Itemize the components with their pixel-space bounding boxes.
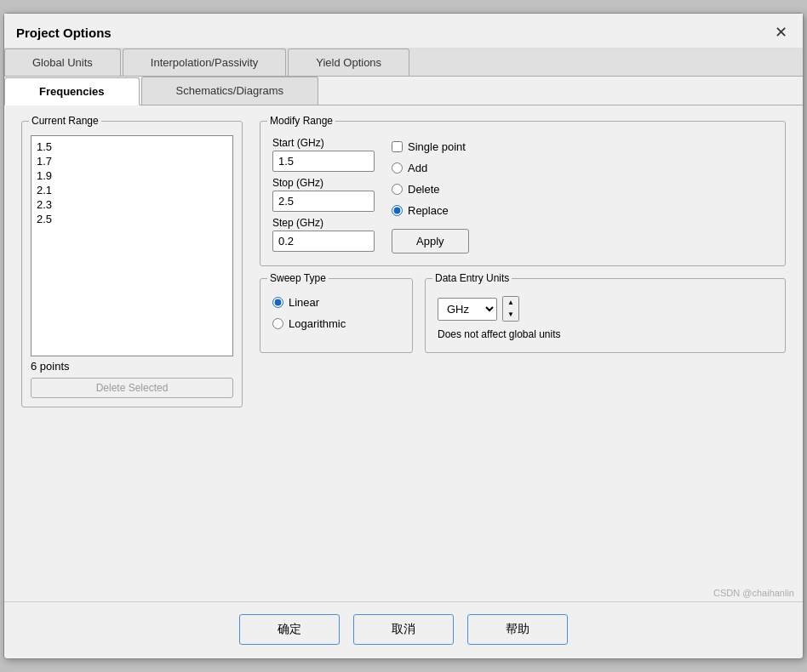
project-options-dialog: Project Options ✕ Global Units Interpola… (3, 13, 804, 659)
list-item: 2.3 (35, 197, 229, 212)
apply-button[interactable]: Apply (392, 229, 469, 253)
content-area: Current Range 1.5 1.7 1.9 2.1 2.3 2.5 6 … (4, 105, 803, 588)
stop-field-group: Stop (GHz) (272, 177, 375, 212)
title-bar: Project Options ✕ (4, 14, 803, 48)
list-item: 1.9 (35, 168, 229, 183)
current-range-list[interactable]: 1.5 1.7 1.9 2.1 2.3 2.5 (31, 135, 233, 356)
add-row: Add (392, 162, 469, 174)
single-point-row: Single point (392, 140, 469, 153)
add-label: Add (408, 162, 427, 174)
sweep-type-title: Sweep Type (267, 272, 329, 284)
top-tab-row: Global Units Interpolation/Passivity Yie… (4, 48, 803, 77)
points-label: 6 points (31, 360, 233, 373)
start-input[interactable] (272, 151, 375, 172)
delete-row: Delete (392, 183, 469, 196)
spinner-up[interactable]: ▲ (503, 297, 518, 309)
units-note: Does not affect global units (438, 328, 773, 340)
modify-range-group: Modify Range Start (GHz) Stop (GHz) (260, 121, 786, 266)
step-field-group: Step (GHz) (272, 217, 375, 252)
linear-radio[interactable] (272, 297, 283, 308)
bottom-row: Sweep Type Linear Logarithmic (260, 278, 786, 353)
stop-input[interactable] (272, 191, 375, 212)
step-label: Step (GHz) (272, 217, 375, 229)
current-range-title: Current Range (29, 115, 101, 127)
stop-label: Stop (GHz) (272, 177, 375, 189)
linear-label: Linear (289, 296, 319, 309)
list-item: 1.7 (35, 154, 229, 168)
linear-row: Linear (272, 296, 400, 309)
confirm-button[interactable]: 确定 (239, 614, 340, 645)
single-point-label: Single point (408, 140, 466, 153)
start-label: Start (GHz) (272, 137, 375, 149)
modify-range-title: Modify Range (267, 115, 335, 127)
units-row: GHz MHz kHz Hz ▲ ▼ (438, 296, 773, 322)
start-field-group: Start (GHz) (272, 137, 375, 172)
footer-buttons: 确定 取消 帮助 (4, 601, 803, 658)
units-select[interactable]: GHz MHz kHz Hz (438, 298, 497, 321)
right-panel: Modify Range Start (GHz) Stop (GHz) (260, 121, 786, 572)
data-entry-title: Data Entry Units (432, 272, 512, 284)
data-entry-group: Data Entry Units GHz MHz kHz Hz (425, 278, 786, 353)
tab-global-units[interactable]: Global Units (4, 48, 121, 76)
current-range-group: Current Range 1.5 1.7 1.9 2.1 2.3 2.5 6 … (21, 121, 243, 407)
tab-frequencies[interactable]: Frequencies (4, 77, 140, 105)
close-button[interactable]: ✕ (770, 22, 791, 43)
tab-interpolation[interactable]: Interpolation/Passivity (123, 48, 286, 76)
add-radio[interactable] (392, 162, 403, 174)
logarithmic-label: Logarithmic (289, 317, 346, 330)
replace-radio[interactable] (392, 205, 403, 216)
delete-label: Delete (408, 183, 440, 196)
units-spinner[interactable]: ▲ ▼ (502, 296, 519, 322)
cancel-button[interactable]: 取消 (353, 614, 454, 645)
modify-inner: Start (GHz) Stop (GHz) Step (GHz) (272, 137, 773, 253)
logarithmic-row: Logarithmic (272, 317, 400, 330)
sweep-options: Linear Logarithmic (272, 296, 400, 330)
left-panel: Current Range 1.5 1.7 1.9 2.1 2.3 2.5 6 … (21, 121, 243, 572)
modify-options: Single point Add Delete (392, 137, 469, 253)
delete-radio[interactable] (392, 184, 403, 195)
bottom-tab-row: Frequencies Schematics/Diagrams (4, 77, 803, 105)
list-item: 2.1 (35, 183, 229, 197)
dialog-title: Project Options (16, 26, 112, 40)
data-entry-inner: GHz MHz kHz Hz ▲ ▼ Does not af (438, 296, 773, 340)
replace-label: Replace (408, 204, 449, 217)
spinner-down[interactable]: ▼ (503, 309, 518, 321)
list-item: 1.5 (35, 140, 229, 154)
logarithmic-radio[interactable] (272, 318, 283, 329)
step-input[interactable] (272, 231, 375, 252)
modify-fields: Start (GHz) Stop (GHz) Step (GHz) (272, 137, 375, 253)
single-point-checkbox[interactable] (392, 141, 403, 152)
sweep-type-group: Sweep Type Linear Logarithmic (260, 278, 413, 353)
replace-row: Replace (392, 204, 469, 217)
list-item: 2.5 (35, 212, 229, 226)
tab-schematics[interactable]: Schematics/Diagrams (141, 77, 318, 105)
watermark: CSDN @chaihanlin (4, 588, 803, 601)
delete-selected-button[interactable]: Delete Selected (31, 378, 233, 398)
help-button[interactable]: 帮助 (467, 614, 568, 645)
tab-yield-options[interactable]: Yield Options (288, 48, 409, 76)
main-content: Current Range 1.5 1.7 1.9 2.1 2.3 2.5 6 … (21, 121, 786, 572)
